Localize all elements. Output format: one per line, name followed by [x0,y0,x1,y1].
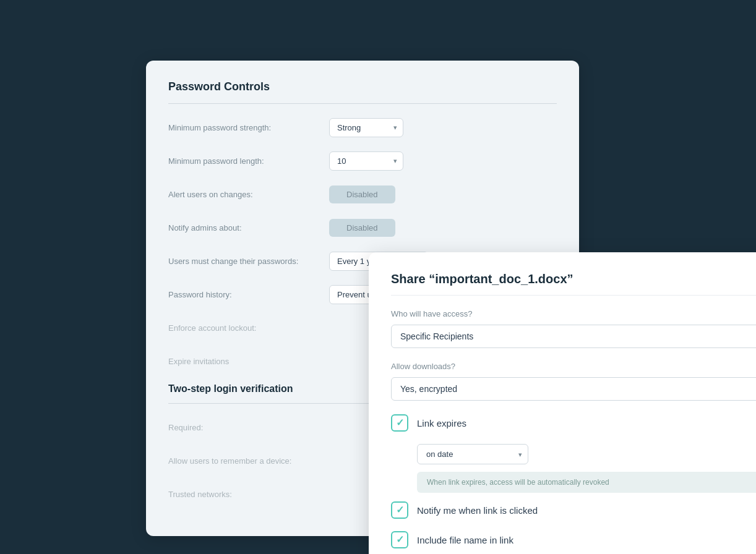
alert-users-control: Disabled [329,185,557,203]
allow-downloads-label: Allow downloads? [391,362,756,371]
allow-downloads-select[interactable]: Yes, encrypted Yes, unencrypted No [391,377,756,401]
notify-link-row: ✓ Notify me when link is clicked [391,501,756,519]
password-card-title: Password Controls [168,80,557,93]
expire-type-select[interactable]: on date after views never [417,444,528,464]
notify-link-checkbox[interactable]: ✓ [391,501,408,519]
include-filename-row: ✓ Include file name in link [391,531,756,548]
notify-admins-toggle[interactable]: Disabled [329,219,395,237]
min-strength-row: Minimum password strength: StrongMediumW… [168,116,557,138]
min-length-select-wrapper[interactable]: 1081216 [329,151,403,171]
min-length-row: Minimum password length: 1081216 [168,150,557,172]
remember-device-label: Allow users to remember a device: [168,456,329,466]
min-strength-control: StrongMediumWeak [329,118,557,137]
link-expires-checkmark: ✓ [396,418,404,428]
min-length-control: 1081216 [329,151,557,171]
card-divider [168,103,557,104]
min-strength-label: Minimum password strength: [168,123,329,132]
expire-info-banner: When link expires, access will be automa… [417,472,756,493]
password-history-label: Password history: [168,290,329,299]
link-expires-label: Link expires [417,418,466,428]
trusted-networks-label: Trusted networks: [168,490,329,499]
min-length-label: Minimum password length: [168,156,329,166]
include-filename-checkbox[interactable]: ✓ [391,531,408,548]
min-length-select[interactable]: 1081216 [329,151,403,171]
notify-admins-control: Disabled [329,219,557,237]
change-passwords-label: Users must change their passwords: [168,257,329,266]
include-filename-checkmark: ✓ [396,535,404,545]
expire-type-select-wrapper[interactable]: on date after views never [417,444,528,464]
share-title: Share “important_doc_1.docx” [391,272,756,286]
alert-users-row: Alert users on changes: Disabled [168,183,557,205]
share-dialog-card: Share “important_doc_1.docx” Who will ha… [369,252,756,554]
link-expires-row: ✓ Link expires [391,414,756,432]
who-access-label: Who will have access? [391,309,756,318]
link-expires-checkbox[interactable]: ✓ [391,414,408,432]
expire-invitations-label: Expire invitations [168,357,329,366]
min-strength-select[interactable]: StrongMediumWeak [329,118,403,137]
allow-downloads-select-wrapper[interactable]: Yes, encrypted Yes, unencrypted No [391,377,756,401]
who-access-select[interactable]: Specific Recipients Anyone with link Onl… [391,325,756,348]
lockout-label: Enforce account lockout: [168,323,329,333]
alert-users-toggle[interactable]: Disabled [329,185,395,203]
min-strength-select-wrapper[interactable]: StrongMediumWeak [329,118,403,137]
share-divider [391,295,756,296]
include-filename-label: Include file name in link [417,535,513,545]
link-expires-section: on date after views never When link expi… [417,444,756,493]
who-access-select-wrapper[interactable]: Specific Recipients Anyone with link Onl… [391,325,756,348]
notify-link-label: Notify me when link is clicked [417,505,538,516]
notify-link-checkmark: ✓ [396,505,404,515]
notify-admins-label: Notify admins about: [168,223,329,232]
required-label: Required: [168,423,329,432]
notify-admins-row: Notify admins about: Disabled [168,216,557,239]
alert-users-label: Alert users on changes: [168,190,329,199]
